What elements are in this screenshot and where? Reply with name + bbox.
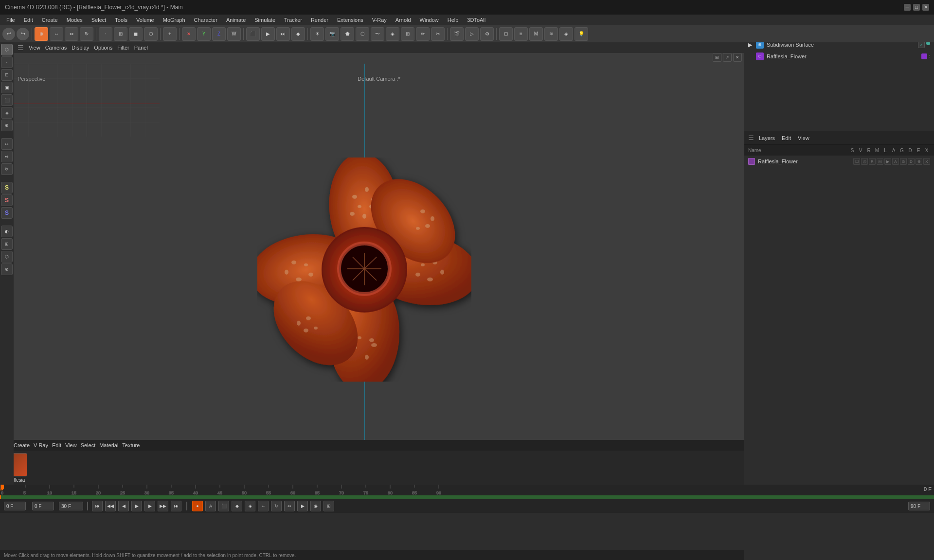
- layer-icon-x[interactable]: X: [923, 158, 930, 165]
- scene-manager-btn[interactable]: ≋: [544, 27, 558, 41]
- goto-end-btn[interactable]: ⏭: [171, 501, 181, 511]
- material-material[interactable]: Material: [99, 442, 118, 448]
- play-btn[interactable]: ▶: [131, 501, 142, 511]
- viewport-expand-btn[interactable]: ⊞: [713, 53, 721, 62]
- key-all-btn[interactable]: ◆: [232, 501, 242, 511]
- nurbs-btn[interactable]: ◈: [386, 27, 399, 41]
- edges-mode[interactable]: ⊞: [114, 27, 127, 41]
- sidebar-snap-btn[interactable]: ⊕: [1, 120, 13, 131]
- viewport-close-btn[interactable]: ✕: [733, 53, 742, 62]
- menu-render[interactable]: Render: [307, 16, 332, 24]
- menu-3dtoall[interactable]: 3DToAll: [463, 16, 489, 24]
- layers-hamburger[interactable]: ☰: [748, 134, 754, 141]
- sidebar-move-btn[interactable]: ↔: [1, 138, 13, 150]
- material-select[interactable]: Select: [81, 442, 96, 448]
- layer-item-rafflesia[interactable]: Rafflesia_Flower ☐ ◎ R M ▶ A G D ⊕ X: [744, 156, 934, 167]
- menu-window[interactable]: Window: [416, 16, 443, 24]
- light-bulb-btn[interactable]: 💡: [575, 27, 588, 41]
- menu-modes[interactable]: Modes: [63, 16, 87, 24]
- sidebar-select-btn[interactable]: ◐: [1, 226, 13, 237]
- playback-btn[interactable]: ▶: [261, 27, 275, 41]
- menu-volume[interactable]: Volume: [132, 16, 158, 24]
- key-rot-btn[interactable]: ↻: [271, 501, 282, 511]
- display-lines-btn[interactable]: ≡: [514, 27, 528, 41]
- sidebar-rotate-btn[interactable]: ↻: [1, 163, 13, 175]
- prev-frame-btn[interactable]: ◀: [118, 501, 129, 511]
- viewport-3d-area[interactable]: Perspective Default Camera :*: [14, 64, 744, 485]
- sidebar-grid-btn[interactable]: ⊞: [1, 238, 13, 250]
- sidebar-s1-btn[interactable]: S: [1, 182, 13, 193]
- sidebar-edges-btn[interactable]: ⊟: [1, 69, 13, 81]
- layer-icon-m[interactable]: M: [877, 158, 883, 165]
- layer-icon-a[interactable]: A: [892, 158, 899, 165]
- sidebar-extra-btn[interactable]: ⊛: [1, 263, 13, 275]
- sidebar-uvw-btn[interactable]: ⬛: [1, 94, 13, 106]
- next-key-btn[interactable]: ▶▶: [158, 501, 168, 511]
- forward-btn[interactable]: ⏭: [276, 27, 290, 41]
- menu-mograph[interactable]: MoGraph: [159, 16, 189, 24]
- sidebar-points-btn[interactable]: ·: [1, 56, 13, 68]
- layers-header-view[interactable]: View: [796, 135, 811, 141]
- current-frame-field[interactable]: 0 F: [32, 502, 54, 510]
- light-btn[interactable]: ☀: [310, 27, 324, 41]
- menu-arnold[interactable]: Arnold: [392, 16, 415, 24]
- key-pla-btn[interactable]: ▶: [297, 501, 308, 511]
- material-texture[interactable]: Texture: [122, 442, 140, 448]
- sidebar-polygons-btn[interactable]: ▣: [1, 82, 13, 93]
- snap-y[interactable]: Y: [197, 27, 211, 41]
- viewport-menu-display[interactable]: Display: [72, 45, 89, 51]
- sidebar-model-btn[interactable]: ⬡: [1, 44, 13, 55]
- object-mode[interactable]: ⬡: [144, 27, 158, 41]
- viewport-settings-btn[interactable]: ◈: [559, 27, 573, 41]
- layer-icon-s[interactable]: ☐: [853, 158, 860, 165]
- key-extra-btn[interactable]: ◉: [310, 501, 321, 511]
- key-extras-btn[interactable]: ⊞: [323, 501, 334, 511]
- rotate-button[interactable]: ↻: [80, 27, 93, 41]
- prev-key-btn[interactable]: ◀◀: [105, 501, 116, 511]
- viewport-menu-options[interactable]: Options: [94, 45, 112, 51]
- timeline-ruler[interactable]: 0 5 10 15 20 25 30 35 40 45 50 55 60 65 …: [0, 485, 934, 495]
- menu-tracker[interactable]: Tracker: [280, 16, 306, 24]
- snap-z[interactable]: Z: [212, 27, 226, 41]
- display-mode-btn[interactable]: ⊡: [499, 27, 513, 41]
- layer-icon-eye[interactable]: ◎: [861, 158, 868, 165]
- record-btn2[interactable]: ⬛: [218, 501, 229, 511]
- layer-icon-d[interactable]: D: [908, 158, 915, 165]
- viewport-menu-view[interactable]: View: [29, 45, 40, 51]
- render-preview-btn[interactable]: 🎬: [450, 27, 464, 41]
- viewport-menu-panel[interactable]: Panel: [134, 45, 148, 51]
- sidebar-s2-btn[interactable]: S: [1, 194, 13, 206]
- mograph-btn[interactable]: ⬡: [356, 27, 369, 41]
- next-frame-btn[interactable]: ▶: [144, 501, 155, 511]
- layer-icon-key[interactable]: ⊕: [916, 158, 922, 165]
- layer-icon-r[interactable]: R: [869, 158, 876, 165]
- viewport-menu-cameras[interactable]: Cameras: [45, 45, 67, 51]
- live-select-button[interactable]: ⊕: [35, 27, 48, 41]
- record-btn[interactable]: ⬛: [246, 27, 260, 41]
- end-frame-field[interactable]: 90 F: [908, 502, 930, 510]
- snap-x[interactable]: ✕: [182, 27, 196, 41]
- layer-icon-play[interactable]: ▶: [884, 158, 891, 165]
- window-controls[interactable]: ─ □ ✕: [904, 4, 929, 11]
- key-scl-btn[interactable]: ⇔: [284, 501, 295, 511]
- start-frame-field[interactable]: 0 F: [4, 502, 26, 510]
- menu-help[interactable]: Help: [444, 16, 463, 24]
- sculpt-btn[interactable]: ✏: [416, 27, 430, 41]
- close-button[interactable]: ✕: [922, 4, 929, 11]
- spline-btn[interactable]: 〜: [371, 27, 384, 41]
- layers-header-layers[interactable]: Layers: [757, 135, 777, 141]
- maximize-button[interactable]: □: [913, 4, 920, 11]
- menu-edit[interactable]: Edit: [20, 16, 37, 24]
- viewport-fullscreen-btn[interactable]: ↗: [723, 53, 732, 62]
- menu-extensions[interactable]: Extensions: [333, 16, 367, 24]
- layer-icon-g[interactable]: G: [900, 158, 907, 165]
- array-btn[interactable]: ⊞: [401, 27, 414, 41]
- key-pos-btn[interactable]: ↔: [258, 501, 269, 511]
- move-button[interactable]: ↔: [50, 27, 63, 41]
- add-object[interactable]: +: [163, 27, 177, 41]
- world-mode[interactable]: W: [227, 27, 241, 41]
- material-vray[interactable]: V-Ray: [34, 442, 48, 448]
- knife-btn[interactable]: ✂: [431, 27, 445, 41]
- object-item-rafflesia[interactable]: ⬡ Rafflesia_Flower :: [744, 51, 934, 62]
- layers-header-edit[interactable]: Edit: [780, 135, 793, 141]
